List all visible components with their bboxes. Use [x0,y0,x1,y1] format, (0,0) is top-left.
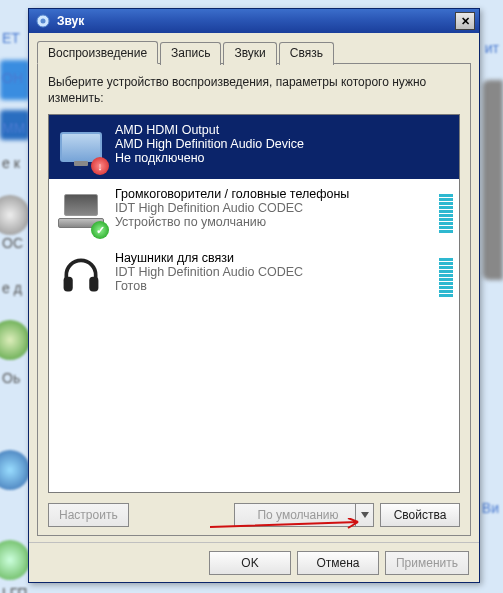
dropdown-arrow-icon[interactable] [355,504,373,526]
device-item-speakers[interactable]: ✓ Громкоговорители / головные телефоны I… [49,179,459,243]
bg-text: ит [485,40,499,56]
level-meter [439,187,453,235]
bg-text: ET [2,30,20,46]
tab-communication[interactable]: Связь [279,42,334,65]
bg-text: OН [2,70,23,86]
bg-text: Bи [482,500,499,516]
device-name: Наушники для связи [115,251,425,265]
bg-text: MМ [2,120,25,136]
device-name: Громкоговорители / головные телефоны [115,187,425,201]
tab-sounds[interactable]: Звуки [223,42,276,65]
bg-text: OС [2,235,23,251]
level-meter [439,251,453,299]
svg-point-1 [41,19,46,24]
properties-button[interactable]: Свойства [380,503,460,527]
close-button[interactable]: ✕ [455,12,475,30]
device-item-hdmi[interactable]: ↓ AMD HDMI Output AMD High Definition Au… [49,115,459,179]
titlebar[interactable]: Звук ✕ [29,9,479,33]
tab-strip: Воспроизведение Запись Звуки Связь [37,41,471,64]
headphones-icon [57,251,105,299]
playback-panel: Выберите устройство воспроизведения, пар… [37,63,471,536]
device-driver: AMD High Definition Audio Device [115,137,453,151]
device-status: Готов [115,279,425,293]
window-title: Звук [57,14,455,28]
device-status: Не подключено [115,151,453,165]
device-driver: IDT High Definition Audio CODEC [115,265,425,279]
not-connected-badge-icon: ↓ [91,157,109,175]
tab-record[interactable]: Запись [160,42,221,65]
bg-text: e к [2,155,20,171]
device-driver: IDT High Definition Audio CODEC [115,201,425,215]
default-device-badge-icon: ✓ [91,221,109,239]
device-name: AMD HDMI Output [115,123,453,137]
dialog-button-bar: OK Отмена Применить [29,542,479,582]
laptop-speakers-icon: ✓ [57,187,105,235]
device-list[interactable]: ↓ AMD HDMI Output AMD High Definition Au… [48,114,460,493]
set-default-label: По умолчанию [257,508,338,522]
svg-rect-3 [89,277,98,292]
instruction-text: Выберите устройство воспроизведения, пар… [48,74,460,106]
set-default-button[interactable]: По умолчанию [234,503,374,527]
device-status: Устройство по умолчанию [115,215,425,229]
window-icon [35,13,51,29]
device-item-headphones[interactable]: Наушники для связи IDT High Definition A… [49,243,459,307]
sound-dialog: Звук ✕ Воспроизведение Запись Звуки Связ… [28,8,480,583]
monitor-icon: ↓ [57,123,105,171]
svg-rect-2 [64,277,73,292]
bg-text: LГП [2,585,27,593]
close-icon: ✕ [461,15,470,28]
configure-button[interactable]: Настроить [48,503,129,527]
tab-playback[interactable]: Воспроизведение [37,41,158,64]
bg-text: Оь [2,370,20,386]
cancel-button[interactable]: Отмена [297,551,379,575]
ok-button[interactable]: OK [209,551,291,575]
bg-text: e д [2,280,22,296]
apply-button[interactable]: Применить [385,551,469,575]
